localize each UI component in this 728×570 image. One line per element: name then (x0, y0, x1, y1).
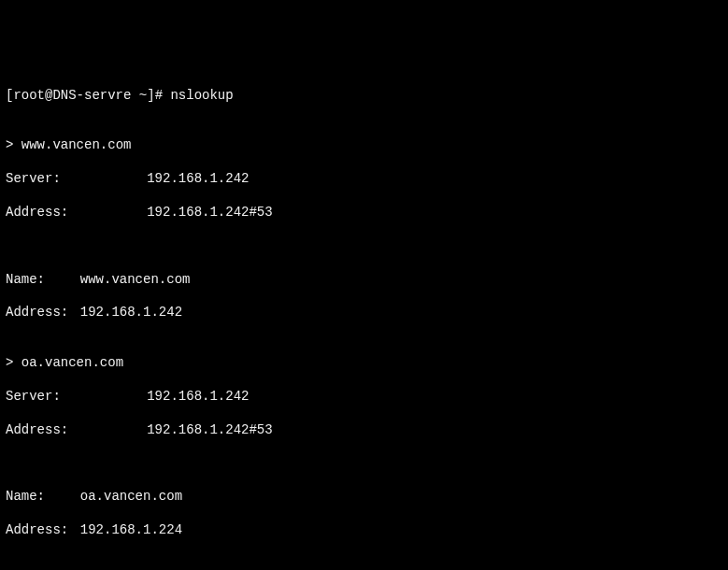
shell-prompt: [root@DNS-servre ~]# (6, 88, 170, 103)
query-input-1: oa.vancen.com (21, 355, 123, 370)
shell-prompt-line: [root@DNS-servre ~]# nslookup (6, 88, 722, 105)
server-line-0: Server:192.168.1.242 (6, 171, 722, 188)
answer-address-1: Address:192.168.1.224 (6, 522, 722, 539)
nslookup-cmd: nslookup (170, 88, 233, 103)
server-line-1: Server:192.168.1.242 (6, 389, 722, 406)
address-line-0: Address:192.168.1.242#53 (6, 205, 722, 221)
query-line-1: > oa.vancen.com (6, 355, 722, 372)
address-line-1: Address:192.168.1.242#53 (6, 422, 722, 439)
answer-name-0: Name:www.vancen.com (6, 272, 722, 289)
answer-name-1: Name:oa.vancen.com (6, 489, 722, 506)
terminal[interactable]: [root@DNS-servre ~]# nslookup > www.vanc… (6, 71, 722, 570)
answer-address-0: Address:192.168.1.242 (6, 305, 722, 321)
query-line-0: > www.vancen.com (6, 137, 722, 154)
query-input-0: www.vancen.com (21, 137, 132, 152)
